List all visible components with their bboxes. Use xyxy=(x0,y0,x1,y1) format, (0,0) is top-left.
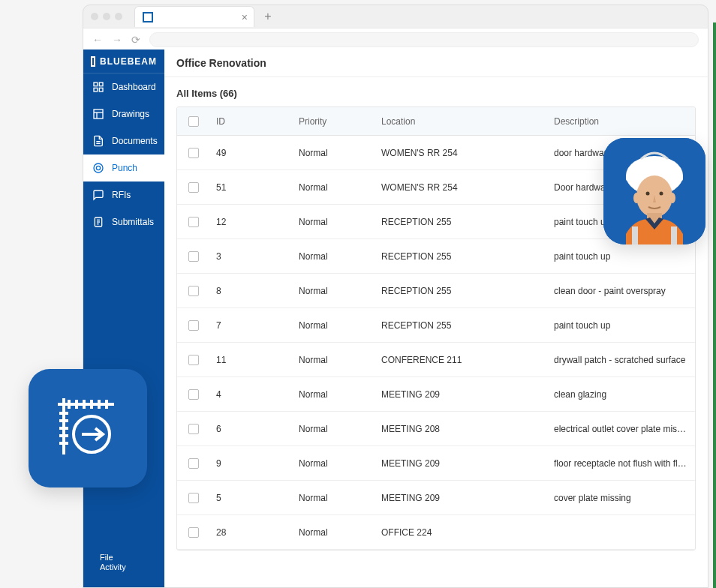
svg-point-10 xyxy=(96,166,100,170)
cell-location: RECEPTION 255 xyxy=(375,286,548,296)
table-row[interactable]: 9NormalMEETING 209floor receptacle not f… xyxy=(177,446,695,481)
items-subheader: All Items (66) xyxy=(164,77,708,106)
svg-rect-2 xyxy=(94,88,98,92)
avatar xyxy=(603,138,705,244)
cell-location: RECEPTION 255 xyxy=(375,217,548,227)
sidebar-item-label: Punch xyxy=(112,163,137,173)
sidebar-item-rfis[interactable]: RFIs xyxy=(83,182,164,208)
col-header-priority[interactable]: Priority xyxy=(293,116,375,127)
rfis-icon xyxy=(92,189,104,201)
forward-button[interactable]: → xyxy=(112,34,122,46)
cell-description: paint touch up xyxy=(548,320,695,331)
table-row[interactable]: 6NormalMEETING 208electrical outlet cove… xyxy=(177,412,695,446)
cell-priority: Normal xyxy=(293,286,375,296)
row-checkbox[interactable] xyxy=(177,251,210,262)
svg-rect-0 xyxy=(94,82,98,86)
cell-location: RECEPTION 255 xyxy=(375,251,548,262)
col-header-id[interactable]: ID xyxy=(210,116,293,127)
reload-button[interactable]: ⟳ xyxy=(131,34,140,46)
svg-point-34 xyxy=(646,192,650,196)
dashboard-icon xyxy=(92,81,104,93)
cell-location: MEETING 209 xyxy=(375,458,548,469)
table-row[interactable]: 11NormalCONFERENCE 211drywall patch - sc… xyxy=(177,343,695,377)
cell-id: 9 xyxy=(210,458,293,469)
blueprint-icon xyxy=(50,391,125,466)
cell-location: WOMEN'S RR 254 xyxy=(375,148,548,158)
cell-description: drywall patch - scratched surface xyxy=(548,355,695,365)
row-checkbox[interactable] xyxy=(177,217,210,227)
cell-priority: Normal xyxy=(293,424,375,434)
sidebar-item-documents[interactable]: Documents xyxy=(83,128,164,154)
cell-priority: Normal xyxy=(293,148,375,158)
table-row[interactable]: 8NormalRECEPTION 255clean door - paint o… xyxy=(177,274,695,308)
table-row[interactable]: 7NormalRECEPTION 255paint touch up xyxy=(177,308,695,343)
punch-icon xyxy=(92,162,104,174)
sidebar-item-label: File Activity xyxy=(100,553,126,572)
col-header-location[interactable]: Location xyxy=(375,116,548,127)
tab-bar: × + xyxy=(83,5,708,28)
table-row[interactable]: 3NormalRECEPTION 255paint touch up xyxy=(177,239,695,274)
row-checkbox[interactable] xyxy=(177,355,210,365)
sidebar-item-file-activity[interactable]: File Activity xyxy=(83,545,164,587)
right-edge-accent xyxy=(713,22,716,588)
cell-id: 28 xyxy=(210,527,293,538)
brand-logo[interactable]: BLUEBEAM xyxy=(83,50,164,74)
back-button[interactable]: ← xyxy=(92,34,103,46)
cell-priority: Normal xyxy=(293,527,375,538)
sidebar-item-dashboard[interactable]: Dashboard xyxy=(83,74,164,100)
close-tab-icon[interactable]: × xyxy=(242,11,248,23)
svg-rect-40 xyxy=(671,226,677,244)
worker-avatar-icon xyxy=(603,138,705,244)
col-header-description[interactable]: Description xyxy=(548,116,695,127)
row-checkbox[interactable] xyxy=(177,148,210,158)
cell-id: 11 xyxy=(210,355,293,365)
row-checkbox[interactable] xyxy=(177,458,210,469)
svg-point-37 xyxy=(669,193,675,203)
favicon-icon xyxy=(143,12,153,22)
sidebar: BLUEBEAM Dashboard Drawings Documents Pu xyxy=(83,50,164,587)
cell-priority: Normal xyxy=(293,217,375,227)
svg-point-36 xyxy=(633,193,639,203)
row-checkbox[interactable] xyxy=(177,424,210,434)
table-row[interactable]: 5NormalMEETING 209cover plate missing xyxy=(177,481,695,515)
svg-point-35 xyxy=(660,192,663,196)
cell-priority: Normal xyxy=(293,389,375,400)
cell-id: 49 xyxy=(210,148,293,158)
cell-description: paint touch up xyxy=(548,251,695,262)
table-row[interactable]: 28NormalOFFICE 224 xyxy=(177,515,695,550)
browser-nav-bar: ← → ⟳ xyxy=(83,28,708,50)
new-tab-button[interactable]: + xyxy=(259,8,277,26)
documents-icon xyxy=(92,135,104,147)
cell-id: 51 xyxy=(210,182,293,193)
cell-location: RECEPTION 255 xyxy=(375,320,548,331)
cell-id: 4 xyxy=(210,389,293,400)
row-checkbox[interactable] xyxy=(177,389,210,400)
svg-rect-1 xyxy=(99,82,103,86)
svg-point-9 xyxy=(94,164,103,172)
blueprint-badge xyxy=(29,369,147,488)
cell-description: floor receptacle not flush with floor xyxy=(548,458,695,469)
cell-priority: Normal xyxy=(293,320,375,331)
sidebar-item-submittals[interactable]: Submittals xyxy=(83,208,164,236)
cell-id: 3 xyxy=(210,251,293,262)
sidebar-item-punch[interactable]: Punch xyxy=(83,154,164,182)
cell-id: 5 xyxy=(210,493,293,503)
address-bar[interactable] xyxy=(149,32,699,47)
window-controls[interactable] xyxy=(91,13,122,20)
table-row[interactable]: 4NormalMEETING 209clean glazing xyxy=(177,377,695,412)
row-checkbox[interactable] xyxy=(177,320,210,331)
logo-icon xyxy=(91,56,95,67)
cell-location: MEETING 209 xyxy=(375,493,548,503)
svg-rect-39 xyxy=(632,226,638,244)
browser-tab[interactable]: × xyxy=(134,6,254,27)
sidebar-item-label: Drawings xyxy=(112,109,149,119)
page-title: Office Renovation xyxy=(164,50,708,77)
row-checkbox[interactable] xyxy=(177,527,210,538)
row-checkbox[interactable] xyxy=(177,286,210,296)
row-checkbox[interactable] xyxy=(177,182,210,193)
row-checkbox[interactable] xyxy=(177,493,210,503)
cell-id: 7 xyxy=(210,320,293,331)
sidebar-item-drawings[interactable]: Drawings xyxy=(83,100,164,128)
select-all-checkbox[interactable] xyxy=(177,116,210,127)
app-window: BLUEBEAM Dashboard Drawings Documents Pu xyxy=(83,50,708,588)
